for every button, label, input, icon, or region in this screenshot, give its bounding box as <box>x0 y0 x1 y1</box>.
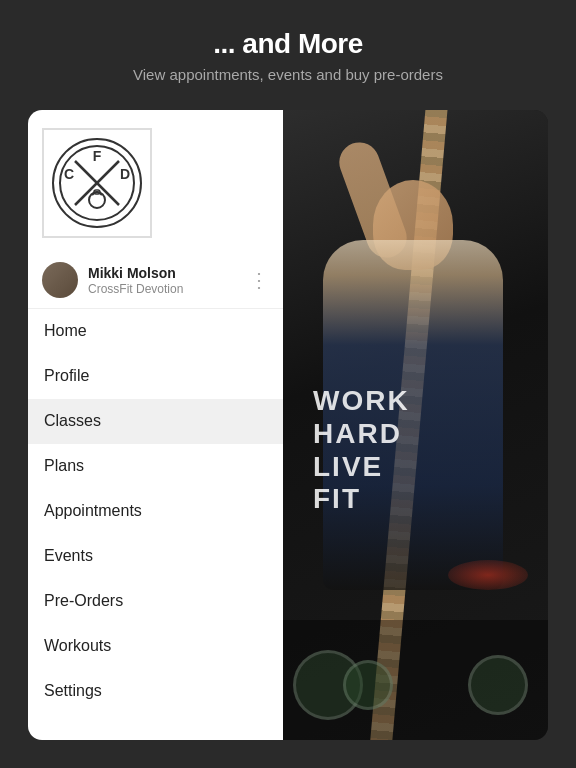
overlay-word: LIVE <box>313 452 410 483</box>
nav-item-plans[interactable]: Plans <box>28 444 283 489</box>
user-name: Mikki Molson <box>88 265 249 281</box>
left-panel: C F D Mikki Molson CrossFit Devotio <box>28 110 283 740</box>
page-subtitle: View appointments, events and buy pre-or… <box>20 66 556 83</box>
overlay-word: WORK <box>313 386 410 417</box>
user-more-button[interactable]: ⋮ <box>249 270 269 290</box>
svg-text:D: D <box>120 166 130 182</box>
nav-item-classes[interactable]: Classes <box>28 399 283 444</box>
nav-item-pre-orders[interactable]: Pre-Orders <box>28 579 283 624</box>
user-gym: CrossFit Devotion <box>88 282 249 296</box>
svg-text:F: F <box>93 148 102 164</box>
nav-menu: HomeProfileClassesPlansAppointmentsEvent… <box>28 309 283 740</box>
logo-circle: C F D <box>52 138 142 228</box>
weight-2 <box>468 655 528 715</box>
nav-item-appointments[interactable]: Appointments <box>28 489 283 534</box>
nav-item-workouts[interactable]: Workouts <box>28 624 283 669</box>
svg-text:C: C <box>64 166 74 182</box>
user-info: Mikki Molson CrossFit Devotion ⋮ <box>28 252 283 309</box>
text-overlay: WORKHARDLIVEFIT <box>313 386 410 515</box>
nav-item-profile[interactable]: Profile <box>28 354 283 399</box>
gym-image: WORKHARDLIVEFIT <box>283 110 548 740</box>
weight-3 <box>343 660 393 710</box>
logo-area: C F D <box>28 110 283 252</box>
logo-svg: C F D <box>57 143 137 223</box>
nav-item-home[interactable]: Home <box>28 309 283 354</box>
page-header: ... and More View appointments, events a… <box>0 0 576 101</box>
main-content: C F D Mikki Molson CrossFit Devotio <box>28 110 548 740</box>
avatar-image <box>42 262 78 298</box>
overlay-word: FIT <box>313 485 410 516</box>
user-text: Mikki Molson CrossFit Devotion <box>88 265 249 296</box>
logo-box: C F D <box>42 128 152 238</box>
bg-light <box>448 560 528 590</box>
nav-item-events[interactable]: Events <box>28 534 283 579</box>
right-panel: WORKHARDLIVEFIT <box>283 110 548 740</box>
page-title: ... and More <box>20 28 556 60</box>
avatar <box>42 262 78 298</box>
overlay-word: HARD <box>313 419 410 450</box>
nav-item-settings[interactable]: Settings <box>28 669 283 714</box>
weights-area <box>283 620 548 740</box>
